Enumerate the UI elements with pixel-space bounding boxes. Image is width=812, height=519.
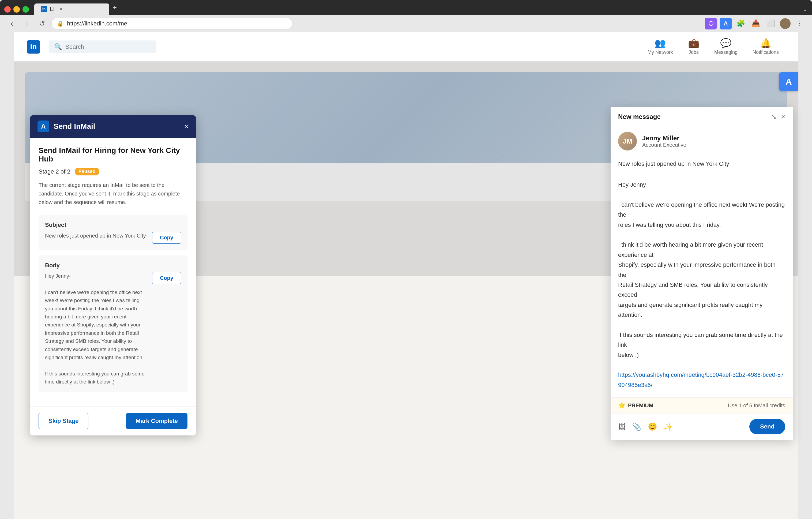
nav-item-notifications[interactable]: 🔔 Notifications — [746, 36, 785, 58]
modal-stage: Stage 2 of 2 Paused — [38, 168, 187, 175]
linkedin-page: in 🔍 👥 My Network 💼 Jobs 💬 Messaging 🔔 N… — [14, 32, 798, 519]
download-btn[interactable]: 📥 — [750, 18, 762, 29]
subject-label: Subject — [45, 222, 181, 228]
nm-close-btn[interactable]: × — [781, 113, 785, 121]
refresh-btn[interactable]: ↺ — [36, 18, 47, 29]
my-network-icon: 👥 — [655, 38, 666, 49]
modal-main-title: Send InMail for Hiring for New York City… — [38, 146, 187, 163]
browser-right-actions: ⬡ A 🧩 📥 ⬜ ⋮ — [705, 18, 806, 29]
modal-description: The current stage requires an InMail to … — [38, 181, 187, 206]
extensions-btn[interactable]: 🧩 — [735, 18, 747, 29]
nm-body-link: https://you.ashbyhq.com/meeting/bc904aef… — [618, 371, 784, 388]
tab-favicon: in — [41, 6, 47, 12]
body-row: Hey Jenny- I can't believe we're opening… — [45, 272, 181, 386]
notifications-icon: 🔔 — [760, 38, 771, 49]
send-inmail-modal: A Send InMail — × Send InMail for Hiring… — [30, 115, 196, 435]
nm-send-btn[interactable]: Send — [749, 419, 785, 434]
modal-body: Send InMail for Hiring for New York City… — [30, 138, 196, 406]
subject-row: New roles just opened up in New York Cit… — [45, 232, 181, 244]
nm-premium-bar: ⭐ PREMIUM Use 1 of 5 InMail credits — [611, 397, 793, 413]
stage-text: Stage 2 of 2 — [38, 168, 70, 175]
nm-header: New message ⤡ × — [611, 107, 793, 126]
forward-btn[interactable]: › — [22, 18, 32, 29]
nav-item-messaging[interactable]: 💬 Messaging — [708, 36, 744, 58]
chevron-down-icon: ⌄ — [802, 5, 808, 12]
browser-toolbar: ‹ › ↺ 🔒 https://linkedin.com/me ⬡ A 🧩 📥 … — [0, 15, 812, 32]
modal-header-left: A Send InMail — [37, 120, 95, 132]
nm-title: New message — [618, 113, 661, 120]
body-label: Body — [45, 262, 181, 269]
browser-window: in LI × + ⌄ ‹ › ↺ 🔒 https://linkedin.com… — [0, 0, 812, 32]
new-tab-btn[interactable]: + — [113, 3, 117, 12]
nm-image-btn[interactable]: 🖼 — [618, 422, 626, 431]
nm-emoji-btn[interactable]: 😊 — [648, 422, 657, 431]
body-copy-btn[interactable]: Copy — [152, 272, 181, 284]
nm-recipient-name: Jenny Miller — [642, 135, 785, 142]
extension-btn-1[interactable]: ⬡ — [705, 18, 717, 29]
nm-body-text: Hey Jenny- I can't believe we're opening… — [618, 180, 785, 390]
nm-minimize-btn[interactable]: ⤡ — [771, 113, 777, 121]
linkedin-logo: in — [27, 40, 40, 54]
nm-footer: 🖼 📎 😊 ✨ Send — [611, 413, 793, 440]
nm-premium-text: PREMIUM — [628, 403, 653, 409]
search-bar[interactable]: 🔍 — [49, 40, 156, 53]
right-panel: A — [779, 72, 798, 91]
minimize-window-btn[interactable] — [13, 6, 20, 12]
nav-item-my-network[interactable]: 👥 My Network — [641, 36, 679, 58]
modal-logo: A — [37, 120, 49, 132]
modal-header: A Send InMail — × — [30, 115, 196, 138]
mark-complete-btn[interactable]: Mark Complete — [126, 413, 187, 429]
nm-ai-btn[interactable]: ✨ — [664, 422, 673, 431]
profile-avatar[interactable] — [780, 18, 790, 29]
linkedin-nav: 👥 My Network 💼 Jobs 💬 Messaging 🔔 Notifi… — [641, 36, 785, 58]
skip-stage-btn[interactable]: Skip Stage — [38, 413, 88, 429]
linkedin-header: in 🔍 👥 My Network 💼 Jobs 💬 Messaging 🔔 N… — [14, 32, 798, 62]
extension-btn-2[interactable]: A — [720, 18, 732, 29]
modal-footer: Skip Stage Mark Complete — [30, 406, 196, 435]
new-message-panel: New message ⤡ × JM Jenny Miller Account … — [611, 107, 793, 440]
nm-recipient: JM Jenny Miller Account Executive — [611, 126, 793, 156]
maximize-window-btn[interactable] — [23, 6, 29, 12]
nm-subject-bar[interactable] — [611, 156, 793, 172]
linkedin-content: S Shopify FU Fordham University → A Send… — [14, 62, 798, 276]
subject-section: Subject New roles just opened up in New … — [38, 215, 187, 250]
messaging-icon: 💬 — [720, 38, 731, 49]
nm-credits: Use 1 of 5 InMail credits — [728, 403, 785, 409]
address-bar[interactable]: 🔒 https://linkedin.com/me — [51, 18, 292, 29]
url-text: https://linkedin.com/me — [67, 20, 127, 27]
premium-star-icon: ⭐ — [618, 402, 625, 409]
active-tab[interactable]: in LI × — [34, 3, 109, 15]
browser-menu-btn[interactable]: ⋮ — [794, 18, 806, 29]
nm-body[interactable]: Hey Jenny- I can't believe we're opening… — [611, 172, 793, 397]
close-window-btn[interactable] — [4, 6, 11, 12]
nm-attach-btn[interactable]: 📎 — [632, 422, 641, 431]
nm-recipient-info: Jenny Miller Account Executive — [642, 135, 785, 148]
back-btn[interactable]: ‹ — [6, 18, 17, 29]
nm-premium-badge: ⭐ PREMIUM — [618, 402, 653, 409]
lock-icon: 🔒 — [57, 20, 64, 27]
body-value: Hey Jenny- I can't believe we're opening… — [45, 272, 148, 386]
search-icon: 🔍 — [54, 43, 62, 51]
nav-item-jobs[interactable]: 💼 Jobs — [682, 36, 706, 58]
tab-bar: in LI × + ⌄ — [0, 0, 812, 15]
subject-copy-btn[interactable]: Copy — [152, 232, 181, 244]
tab-close-btn[interactable]: × — [59, 6, 62, 12]
nm-avatar: JM — [618, 132, 637, 150]
nm-recipient-title: Account Executive — [642, 142, 785, 148]
modal-close-btn[interactable]: × — [184, 122, 188, 131]
jobs-icon: 💼 — [688, 38, 699, 49]
split-view-btn[interactable]: ⬜ — [765, 18, 777, 29]
nm-subject-input[interactable] — [618, 161, 785, 167]
nm-footer-actions: 🖼 📎 😊 ✨ — [618, 422, 673, 431]
right-action-btn[interactable]: A — [779, 72, 798, 91]
nm-header-actions: ⤡ × — [771, 113, 785, 121]
subject-value: New roles just opened up in New York Cit… — [45, 232, 148, 240]
modal-minimize-btn[interactable]: — — [171, 122, 179, 131]
stage-badge: Paused — [75, 168, 99, 175]
tab-title: LI — [50, 6, 55, 12]
search-input[interactable] — [65, 44, 150, 50]
modal-header-actions: — × — [171, 122, 188, 131]
modal-title: Send InMail — [54, 122, 95, 131]
body-section: Body Hey Jenny- I can't believe we're op… — [38, 256, 187, 392]
